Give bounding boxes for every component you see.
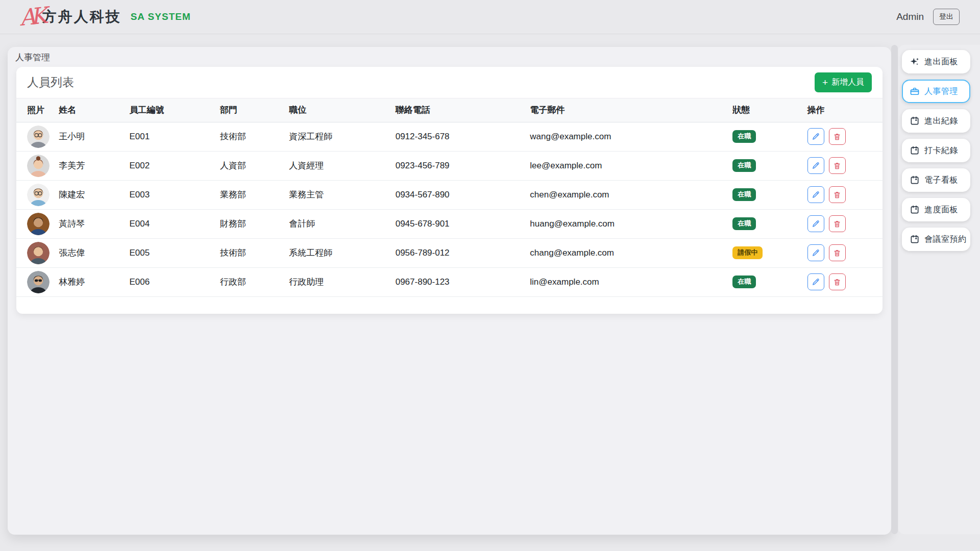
table-row: 張志偉 E005 技術部 系統工程師 0956-789-012 chang@ex… (16, 238, 883, 267)
employee-job-title: 人資經理 (289, 151, 395, 180)
sidebar-item-label: 會議室預約 (924, 234, 967, 245)
table-row: 王小明 E001 技術部 資深工程師 0912-345-678 wang@exa… (16, 122, 883, 151)
col-job-title: 職位 (289, 98, 395, 122)
table-row: 李美芳 E002 人資部 人資經理 0923-456-789 lee@examp… (16, 151, 883, 180)
delete-button[interactable] (829, 186, 846, 203)
top-bar: AK 方舟人科技 SA SYSTEM Admin 登出 (0, 0, 980, 34)
col-department: 部門 (220, 98, 289, 122)
col-status: 狀態 (732, 98, 807, 122)
employee-phone: 0956-789-012 (396, 238, 530, 267)
edit-button[interactable] (807, 273, 824, 290)
logo-scribble-icon: AK (18, 5, 43, 29)
delete-button[interactable] (829, 244, 846, 261)
status-badge: 在職 (732, 159, 756, 171)
employee-id: E003 (130, 180, 220, 209)
employee-email: chang@example.com (530, 238, 732, 267)
pencil-icon (812, 248, 820, 257)
employee-job-title: 會計師 (289, 209, 395, 238)
employee-email: chen@example.com (530, 180, 732, 209)
employee-name: 王小明 (59, 122, 129, 151)
status-badge: 在職 (732, 217, 756, 230)
col-email: 電子郵件 (530, 98, 732, 122)
edit-button[interactable] (807, 244, 824, 261)
employee-department: 技術部 (220, 238, 289, 267)
employee-name: 張志偉 (59, 238, 129, 267)
employee-id: E002 (130, 151, 220, 180)
sidebar-item-進度面板[interactable]: 進度面板 (902, 198, 970, 221)
employee-name: 林雅婷 (59, 267, 129, 296)
calendar-icon (910, 234, 920, 244)
trash-icon (833, 220, 841, 228)
edit-button[interactable] (807, 128, 824, 145)
add-employee-label: 新增人員 (831, 77, 864, 88)
delete-button[interactable] (829, 157, 846, 174)
edit-button[interactable] (807, 157, 824, 174)
status-badge: 請假中 (732, 246, 763, 259)
employee-name: 陳建宏 (59, 180, 129, 209)
employee-phone: 0912-345-678 (396, 122, 530, 151)
employee-email: huang@example.com (530, 209, 732, 238)
pencil-icon (812, 278, 820, 286)
app-logo[interactable]: AK 方舟人科技 SA SYSTEM (19, 6, 191, 28)
card-title: 人員列表 (27, 74, 74, 90)
sidebar-item-進出紀錄[interactable]: 進出紀錄 (902, 109, 970, 133)
briefcase-icon (910, 86, 920, 96)
trash-icon (833, 249, 841, 257)
employee-name: 黃詩琴 (59, 209, 129, 238)
sidebar-item-label: 人事管理 (924, 86, 958, 97)
system-label: SA SYSTEM (131, 11, 191, 22)
logged-in-user: Admin (896, 11, 924, 22)
delete-button[interactable] (829, 273, 846, 290)
status-badge: 在職 (732, 188, 756, 201)
employee-id: E004 (130, 209, 220, 238)
logout-button[interactable]: 登出 (933, 9, 960, 25)
employee-name: 李美芳 (59, 151, 129, 180)
employee-email: lee@example.com (530, 151, 732, 180)
employee-phone: 0945-678-901 (396, 209, 530, 238)
sparkles-icon (910, 57, 920, 67)
delete-button[interactable] (829, 128, 846, 145)
col-name: 姓名 (59, 98, 129, 122)
trash-icon (833, 162, 841, 170)
sidebar-item-label: 進出面板 (924, 57, 958, 67)
plus-icon: + (822, 78, 828, 87)
employee-job-title: 系統工程師 (289, 238, 395, 267)
employee-table: 照片 姓名 員工編號 部門 職位 聯絡電話 電子郵件 狀態 操作 (16, 98, 883, 297)
sidebar-item-進出面板[interactable]: 進出面板 (902, 50, 970, 73)
sidebar-item-label: 電子看板 (924, 175, 958, 186)
col-actions: 操作 (807, 98, 883, 122)
employee-id: E001 (130, 122, 220, 151)
edit-button[interactable] (807, 215, 824, 232)
employee-avatar (27, 242, 56, 264)
employee-job-title: 行政助理 (289, 267, 395, 296)
employee-phone: 0923-456-789 (396, 151, 530, 180)
pencil-icon (812, 161, 820, 170)
calendar-icon (910, 145, 920, 156)
sidebar-item-人事管理[interactable]: 人事管理 (902, 80, 970, 103)
table-row: 林雅婷 E006 行政部 行政助理 0967-890-123 lin@examp… (16, 267, 883, 296)
add-employee-button[interactable]: + 新增人員 (815, 72, 872, 92)
col-photo: 照片 (16, 98, 59, 122)
sidebar-item-電子看板[interactable]: 電子看板 (902, 168, 970, 192)
scrollbar[interactable] (891, 45, 898, 534)
status-badge: 在職 (732, 130, 756, 142)
employee-department: 業務部 (220, 180, 289, 209)
delete-button[interactable] (829, 215, 846, 232)
employee-job-title: 業務主管 (289, 180, 395, 209)
edit-button[interactable] (807, 186, 824, 203)
sidebar-item-打卡紀錄[interactable]: 打卡紀錄 (902, 139, 970, 162)
pencil-icon (812, 132, 820, 141)
table-row: 陳建宏 E003 業務部 業務主管 0934-567-890 chen@exam… (16, 180, 883, 209)
main-content-panel: 人事管理 人員列表 + 新增人員 照片 姓名 員工編號 部門 職位 聯絡電話 電… (8, 47, 891, 535)
calendar-icon (910, 175, 920, 185)
employee-list-card: 人員列表 + 新增人員 照片 姓名 員工編號 部門 職位 聯絡電話 電子郵件 狀… (16, 67, 883, 314)
employee-job-title: 資深工程師 (289, 122, 395, 151)
table-header-row: 照片 姓名 員工編號 部門 職位 聯絡電話 電子郵件 狀態 操作 (16, 98, 883, 122)
sidebar-item-會議室預約[interactable]: 會議室預約 (902, 228, 970, 251)
calendar-icon (910, 205, 920, 215)
employee-department: 財務部 (220, 209, 289, 238)
employee-id: E005 (130, 238, 220, 267)
employee-avatar (27, 271, 56, 293)
employee-email: lin@example.com (530, 267, 732, 296)
employee-department: 技術部 (220, 122, 289, 151)
